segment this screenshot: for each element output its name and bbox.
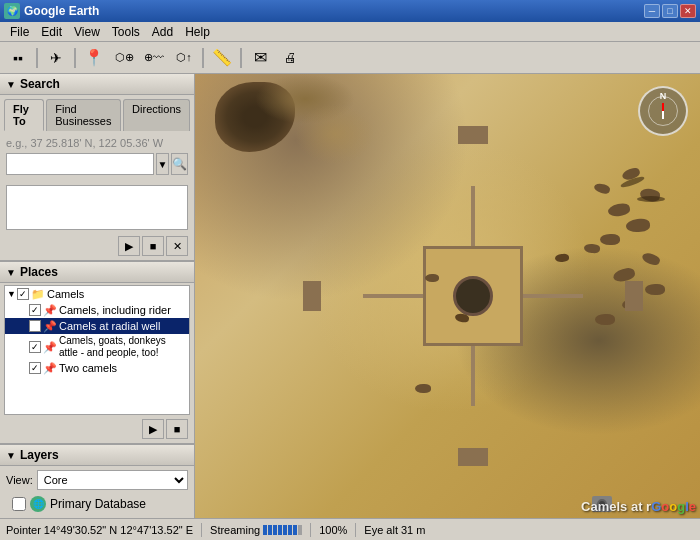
stop-places-button[interactable]: ■ xyxy=(166,419,188,439)
pointer-status: Pointer 14°49'30.52" N 12°47'13.52" E xyxy=(6,524,193,536)
watermark: Camels at rGoogle xyxy=(581,499,696,514)
alt-value: 31 m xyxy=(401,524,425,536)
overlay-btn[interactable]: ⬡↑ xyxy=(170,45,198,71)
tab-find-businesses[interactable]: Find Businesses xyxy=(46,99,121,131)
stream-seg-7 xyxy=(293,525,297,535)
close-search-button[interactable]: ✕ xyxy=(166,236,188,256)
close-button[interactable]: ✕ xyxy=(680,4,696,18)
placemark-btn[interactable]: 📍 xyxy=(80,45,108,71)
search-input[interactable] xyxy=(6,153,154,175)
zoom-status: 100% xyxy=(319,524,347,536)
well-node-left xyxy=(303,281,321,311)
search-dropdown-btn[interactable]: ▼ xyxy=(156,153,169,175)
tree-checkbox-camels-well[interactable]: ✓ xyxy=(29,320,41,332)
status-divider-3 xyxy=(355,523,356,537)
toolbar-sep-4 xyxy=(240,48,242,68)
places-controls: ▶ ■ xyxy=(0,417,194,443)
camel-6 xyxy=(600,234,620,245)
menu-edit[interactable]: Edit xyxy=(35,23,68,41)
eye-alt-status: Eye alt 31 m xyxy=(364,524,425,536)
tab-fly-to[interactable]: Fly To xyxy=(4,99,44,131)
compass-ring xyxy=(648,96,678,126)
well-arm-left xyxy=(363,294,423,298)
places-collapse-arrow: ▼ xyxy=(6,267,16,278)
stop-button[interactable]: ■ xyxy=(142,236,164,256)
tree-expand-arrow: ▼ xyxy=(7,289,17,299)
tree-item-camels-rider[interactable]: ✓ 📌 Camels, including rider xyxy=(5,302,189,318)
folder-icon: 📁 xyxy=(31,287,45,301)
layers-header[interactable]: ▼ Layers xyxy=(0,445,194,466)
placemark-icon-3: 📌 xyxy=(43,340,57,354)
tree-label-camels-folder: Camels xyxy=(47,288,84,300)
toolbar: ▪▪ ✈ 📍 ⬡⊕ ⊕〰 ⬡↑ 📏 ✉ 🖨 xyxy=(0,42,700,74)
search-header[interactable]: ▼ Search xyxy=(0,74,194,95)
primary-db-row: 🌐 Primary Database xyxy=(6,494,188,514)
menu-add[interactable]: Add xyxy=(146,23,179,41)
menu-tools[interactable]: Tools xyxy=(106,23,146,41)
terrain-patch-2 xyxy=(295,104,375,164)
tree-item-camels-well[interactable]: ✓ 📌 Camels at radial well xyxy=(5,318,189,334)
email-btn[interactable]: ✉ xyxy=(246,45,274,71)
status-bar: Pointer 14°49'30.52" N 12°47'13.52" E St… xyxy=(0,518,700,540)
search-section-label: Search xyxy=(20,77,60,91)
stream-seg-8 xyxy=(298,525,302,535)
navigation-compass[interactable]: N xyxy=(638,86,688,136)
streaming-bar xyxy=(263,525,302,535)
view-label: View: xyxy=(6,474,33,486)
well-center xyxy=(453,276,493,316)
app-icon: 🌍 xyxy=(4,3,20,19)
well-node-top xyxy=(458,126,488,144)
layers-content: View: Core All Custom 🌐 Primary Database xyxy=(0,466,194,518)
tree-item-two-camels[interactable]: ✓ 📌 Two camels xyxy=(5,360,189,376)
play-button[interactable]: ▶ xyxy=(118,236,140,256)
search-go-btn[interactable]: 🔍 xyxy=(171,153,188,175)
tree-label-two-camels: Two camels xyxy=(59,362,117,374)
tree-checkbox-camels-rider[interactable]: ✓ xyxy=(29,304,41,316)
play-places-button[interactable]: ▶ xyxy=(142,419,164,439)
search-tabs: Fly To Find Businesses Directions xyxy=(0,95,194,131)
compass-inner: N xyxy=(640,88,686,134)
measure-btn[interactable]: 📏 xyxy=(208,45,236,71)
stream-seg-2 xyxy=(268,525,272,535)
tab-directions[interactable]: Directions xyxy=(123,99,190,131)
view-select[interactable]: Core All Custom xyxy=(37,470,188,490)
search-content: e.g., 37 25.818' N, 122 05.36' W ▼ 🔍 xyxy=(0,131,194,181)
menu-view[interactable]: View xyxy=(68,23,106,41)
status-divider-1 xyxy=(201,523,202,537)
places-header[interactable]: ▼ Places xyxy=(0,262,194,283)
places-section: ▼ Places ▼ ✓ 📁 Camels ✓ 📌 Camels, incl xyxy=(0,262,194,445)
show-sidebar-btn[interactable]: ▪▪ xyxy=(4,45,32,71)
well-arm-right xyxy=(523,294,583,298)
minimize-button[interactable]: ─ xyxy=(644,4,660,18)
tour-btn[interactable]: ✈ xyxy=(42,45,70,71)
stream-seg-3 xyxy=(273,525,277,535)
toolbar-sep-2 xyxy=(74,48,76,68)
title-bar-left: 🌍 Google Earth xyxy=(4,3,99,19)
path-btn[interactable]: ⊕〰 xyxy=(140,45,168,71)
menu-help[interactable]: Help xyxy=(179,23,216,41)
tree-checkbox-camels-goats[interactable]: ✓ xyxy=(29,341,41,353)
search-hint: e.g., 37 25.818' N, 122 05.36' W xyxy=(6,137,188,149)
primary-db-checkbox[interactable] xyxy=(12,497,26,511)
tree-item-camels-goats[interactable]: ✓ 📌 Camels, goats, donkeys attle - and p… xyxy=(5,334,189,360)
search-section: ▼ Search Fly To Find Businesses Directio… xyxy=(0,74,194,262)
tree-label-camels-goats: Camels, goats, donkeys attle - and peopl… xyxy=(59,335,187,359)
camel-9 xyxy=(645,284,665,295)
tree-checkbox-two-camels[interactable]: ✓ xyxy=(29,362,41,374)
polygon-btn[interactable]: ⬡⊕ xyxy=(110,45,138,71)
print-btn[interactable]: 🖨 xyxy=(276,45,304,71)
map-area[interactable]: N Camels at rGoogle xyxy=(195,74,700,518)
restore-button[interactable]: □ xyxy=(662,4,678,18)
menu-file[interactable]: File xyxy=(4,23,35,41)
toolbar-sep-1 xyxy=(36,48,38,68)
lon-value: 12°47'13.52" E xyxy=(120,524,193,536)
eye-alt-label: Eye alt xyxy=(364,524,398,536)
watermark-text: Camels at r xyxy=(581,499,651,514)
tree-item-camels-folder[interactable]: ▼ ✓ 📁 Camels xyxy=(5,286,189,302)
zoom-value: 100% xyxy=(319,524,347,536)
camel-shadow-2 xyxy=(637,196,665,202)
well-structure xyxy=(423,246,523,346)
tree-checkbox-camels-folder[interactable]: ✓ xyxy=(17,288,29,300)
search-result-area xyxy=(6,185,188,230)
toolbar-sep-3 xyxy=(202,48,204,68)
